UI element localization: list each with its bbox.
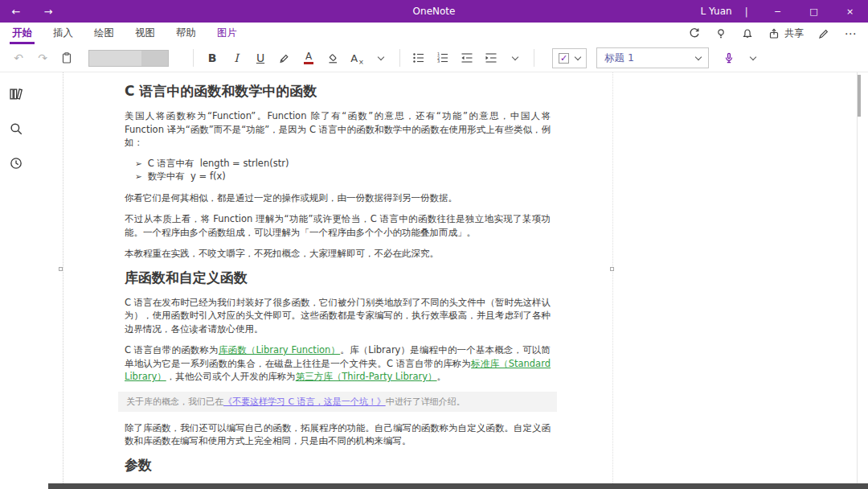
font-color-icon: A	[304, 51, 313, 64]
notebooks-button[interactable]	[6, 84, 27, 105]
numbering-button[interactable]: 123	[431, 47, 455, 69]
share-icon	[768, 27, 780, 40]
text-run: 关于库的概念，我们已在	[126, 397, 223, 407]
clock-icon	[9, 156, 23, 171]
ideas-button[interactable]	[710, 24, 732, 43]
quote-box: 关于库的概念，我们已在《不要这样学习 C 语言，这是一个坑！》中进行了详细介绍。	[118, 392, 557, 412]
numbered-list-icon: 123	[436, 51, 449, 64]
chevron-down-icon	[575, 53, 581, 60]
chevron-down-icon	[378, 53, 384, 60]
horizontal-scrollbar[interactable]	[48, 483, 868, 489]
pen-mode-button[interactable]	[813, 24, 835, 43]
note-content: C 语言中的函数和数学中的函数 美国人将函数称为“Function”。Funct…	[125, 80, 551, 489]
link-third-party-library[interactable]: 第三方库（Third-Party Library）	[296, 371, 437, 382]
notebooks-icon	[9, 87, 23, 101]
tab-insert[interactable]: 插入	[43, 23, 84, 44]
style-dropdown-value: 标题 1	[604, 51, 634, 65]
ribbon-tab-bar: 开始 插入 绘图 视图 帮助 图片 共享 ⋯	[0, 23, 868, 44]
doc-heading-library: 库函数和自定义函数	[125, 269, 551, 287]
search-button[interactable]	[6, 118, 27, 139]
page-canvas[interactable]: C 语言中的函数和数学中的函数 美国人将函数称为“Function”。Funct…	[32, 72, 868, 489]
font-options-chevron[interactable]	[369, 47, 393, 69]
toolbar-divider	[193, 49, 194, 67]
paragraph: C 语言自带的函数称为库函数（Library Function）。库（Libra…	[125, 343, 551, 384]
titlebar-right: L Yuan | ─ □ ×	[701, 0, 868, 23]
eraser-icon	[326, 51, 339, 64]
bullets-button[interactable]	[407, 47, 431, 69]
bell-icon	[741, 27, 754, 40]
toolbar-divider	[534, 49, 534, 67]
dictate-chevron[interactable]	[741, 47, 765, 69]
todo-tag-dropdown[interactable]: ✓	[552, 48, 587, 68]
paragraph: 除了库函数，我们还可以编写自己的函数，拓展程序的功能。自己编写的函数称为自定义函…	[125, 421, 551, 448]
vertical-scrollbar-thumb[interactable]	[858, 75, 861, 117]
sync-icon	[688, 27, 701, 40]
clear-formatting-button[interactable]: A×	[345, 47, 369, 69]
titlebar: ← → OneNote L Yuan | ─ □ ×	[0, 0, 868, 23]
app-title: OneNote	[413, 6, 456, 17]
ribbon-more-button[interactable]: ⋯	[839, 24, 862, 43]
blank-line	[125, 184, 551, 191]
close-button[interactable]: ×	[832, 0, 868, 23]
tab-view[interactable]: 视图	[125, 23, 166, 44]
chevron-down-icon	[750, 53, 756, 60]
undo-button[interactable]: ↶	[6, 47, 31, 69]
list-item-text: C 语言中有 length = strlen(str)	[148, 158, 289, 171]
share-button[interactable]: 共享	[763, 27, 809, 40]
list-item: ➢ 数学中有 y = f(x)	[135, 171, 551, 183]
dictate-button[interactable]	[717, 47, 741, 69]
forward-button[interactable]: →	[32, 0, 64, 23]
paragraph-options-chevron[interactable]	[503, 47, 527, 69]
tab-help[interactable]: 帮助	[166, 23, 207, 44]
redo-button[interactable]: ↷	[31, 47, 55, 69]
font-color-button[interactable]: A	[297, 47, 321, 69]
paste-button[interactable]	[55, 47, 79, 69]
pencil-icon	[817, 27, 830, 40]
arrow-bullet-icon: ➢	[135, 171, 142, 183]
clear-formatting-icon: A×	[350, 52, 363, 64]
back-button[interactable]: ←	[0, 0, 32, 23]
doc-heading-parameters: 参数	[125, 456, 551, 475]
italic-button[interactable]: I	[224, 47, 248, 69]
paragraph: C 语言在发布时已经为我们封装好了很多函数，它们被分门别类地放到了不同的头文件中…	[125, 296, 551, 336]
bold-button[interactable]: B	[200, 47, 224, 69]
minimize-button[interactable]: ─	[760, 0, 796, 23]
tab-picture[interactable]: 图片	[207, 23, 248, 44]
style-dropdown[interactable]: 标题 1	[596, 47, 709, 68]
maximize-button[interactable]: □	[796, 0, 832, 23]
tab-home[interactable]: 开始	[2, 23, 43, 44]
bulleted-list-icon	[412, 51, 425, 64]
outdent-button[interactable]	[455, 47, 479, 69]
arrow-bullet-icon: ➢	[135, 158, 142, 171]
tab-draw[interactable]: 绘图	[84, 23, 125, 44]
page-margin-guide-left	[63, 72, 63, 483]
microphone-icon	[723, 51, 735, 64]
paragraph: 美国人将函数称为“Function”。Function 除了有“函数”的意思，还…	[125, 109, 551, 150]
vertical-scrollbar[interactable]	[857, 72, 861, 483]
outdent-icon	[461, 51, 473, 64]
paragraph: 本教程重在实践，不咬文嚼字，不死扣概念，大家理解即可，不必在此深究。	[125, 247, 551, 261]
chevron-down-icon	[695, 53, 702, 60]
page-resize-handle-right[interactable]	[610, 267, 614, 271]
account-name[interactable]: L Yuan	[701, 6, 732, 17]
highlighter-button[interactable]	[272, 47, 297, 69]
underline-button[interactable]: U	[248, 47, 272, 69]
indent-button[interactable]	[479, 47, 503, 69]
link-library-function[interactable]: 库函数（Library Function）	[219, 344, 340, 355]
paragraph: 你看它们是何其相似，都是通过一定的操作或规则，由一份数据得到另一份数据。	[125, 191, 551, 205]
recent-notes-button[interactable]	[6, 153, 27, 174]
left-sidebar	[0, 72, 32, 489]
link-article[interactable]: 《不要这样学习 C 语言，这是一个坑！》	[223, 397, 386, 407]
doc-heading-functions: C 语言中的函数和数学中的函数	[125, 82, 551, 101]
text-run: 中进行了详细介绍。	[386, 397, 465, 407]
ribbon-right-actions: 共享 ⋯	[683, 23, 868, 44]
list-item: ➢ C 语言中有 length = strlen(str)	[135, 158, 551, 171]
paragraph: 不过从本质上看，将 Function 理解为“功能”或许更恰当，C 语言中的函数…	[125, 212, 551, 239]
sync-button[interactable]	[683, 24, 706, 43]
todo-checkbox-icon: ✓	[559, 53, 569, 64]
notifications-button[interactable]	[736, 24, 759, 43]
list-item-text: 数学中有 y = f(x)	[148, 171, 226, 183]
page-resize-handle-left[interactable]	[59, 267, 63, 271]
text-run: C 语言自带的函数称为	[125, 344, 219, 355]
eraser-button[interactable]	[321, 47, 345, 69]
